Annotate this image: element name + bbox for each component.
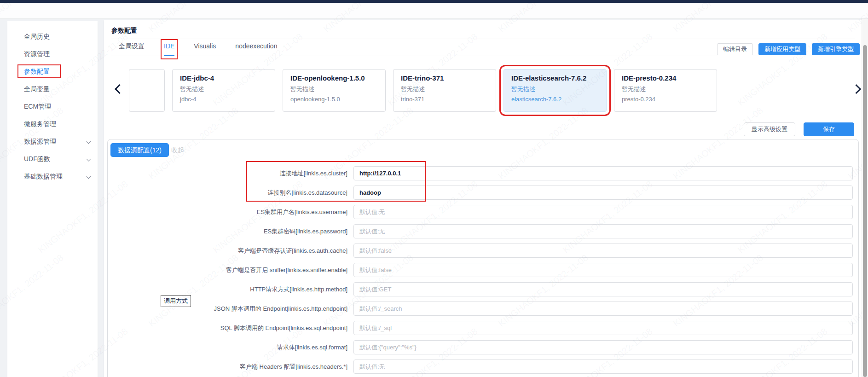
engine-card-version: jdbc-4 bbox=[180, 96, 267, 103]
sidebar-item-label: 参数配置 bbox=[18, 65, 60, 77]
tab[interactable]: 全局设置 bbox=[119, 42, 145, 56]
engine-card-version: presto-0.234 bbox=[622, 96, 709, 103]
sidebar: 全局历史 资源管理 参数配置 全局变量 ECM管理 微服务管理 数据源管理 bbox=[7, 21, 98, 377]
save-button[interactable]: 保存 bbox=[804, 122, 854, 136]
invoke-mode-tag: 调用方式 bbox=[161, 295, 191, 307]
config-row: 请求体[linkis.es.sql.format] 默认值:{"query":"… bbox=[107, 340, 859, 354]
config-field-label: HTTP请求方式[linkis.es.http.method] bbox=[107, 285, 347, 294]
add-app-type-button[interactable]: 新增应用类型 bbox=[758, 43, 806, 55]
engine-card-description: 暂无描述 bbox=[511, 85, 599, 93]
sidebar-item[interactable]: 全局历史 bbox=[7, 28, 98, 45]
sidebar-item-label: 数据源管理 bbox=[24, 138, 56, 145]
config-field-value: 默认值:无 bbox=[359, 209, 385, 215]
sidebar-item-label: 基础数据管理 bbox=[24, 173, 63, 180]
engine-card-version: elasticsearch-7.6.2 bbox=[511, 96, 599, 103]
sidebar-item-label: 全局历史 bbox=[24, 33, 50, 40]
sidebar-item[interactable]: 全局变量 bbox=[7, 80, 98, 98]
config-field-label: 客户端是否开启 sniffer[linkis.es.sniffer.enable… bbox=[107, 266, 347, 274]
sidebar-item[interactable]: UDF函数 bbox=[7, 150, 98, 168]
config-field-label: 请求体[linkis.es.sql.format] bbox=[107, 343, 347, 352]
config-field-label: ES集群用户名[linkis.es.username] bbox=[107, 208, 347, 216]
engine-card[interactable]: IDE-presto-0.234 暂无描述 presto-0.234 bbox=[614, 69, 717, 112]
config-field-input[interactable]: 默认值:false bbox=[353, 263, 853, 277]
config-field-value: 默认值:无 bbox=[359, 228, 385, 235]
page-title: 参数配置 bbox=[111, 27, 137, 35]
collapse-link[interactable]: 收起 bbox=[171, 146, 184, 155]
config-field-input[interactable]: 默认值:GET bbox=[353, 282, 853, 296]
config-field-input[interactable]: 默认值:{"query":"%s"} bbox=[353, 340, 853, 354]
tab-bar: 全局设置 IDE Visualis nodeexecution bbox=[119, 42, 277, 56]
engine-card[interactable]: IDE-trino-371 暂无描述 trino-371 bbox=[393, 69, 496, 112]
engine-card[interactable]: IDE-elasticsearch-7.6.2 暂无描述 elasticsear… bbox=[503, 69, 607, 112]
config-row: 连接地址[linkis.es.cluster] http://127.0.0.1 bbox=[107, 166, 859, 180]
sidebar-item[interactable]: 资源管理 bbox=[7, 45, 98, 63]
toolbar: 编辑目录 新增应用类型 新增引擎类型 bbox=[717, 43, 860, 55]
sidebar-item-label: 微服务管理 bbox=[24, 120, 56, 128]
tab[interactable]: Visualis bbox=[194, 42, 216, 56]
engine-card-title: IDE-elasticsearch-7.6.2 bbox=[511, 74, 599, 82]
scrollbar-thumb[interactable] bbox=[863, 45, 867, 377]
tab-label: nodeexecution bbox=[235, 42, 277, 50]
chevron-down-icon bbox=[87, 139, 91, 144]
config-field-value: http://127.0.0.1 bbox=[359, 170, 401, 177]
config-field-input[interactable]: 默认值:/_search bbox=[353, 302, 853, 316]
edit-catalog-button[interactable]: 编辑目录 bbox=[717, 43, 753, 55]
engine-card-description: 暂无描述 bbox=[290, 85, 378, 93]
engine-card-title: IDE-openlookeng-1.5.0 bbox=[290, 74, 378, 82]
config-row: ES集群用户名[linkis.es.username] 默认值:无 bbox=[107, 205, 859, 219]
config-row: 客户端是否缓存认证[linkis.es.auth.cache] 默认值:fals… bbox=[107, 244, 859, 258]
engine-card-title: IDE-presto-0.234 bbox=[622, 74, 709, 82]
top-accent-bar bbox=[0, 0, 868, 3]
add-engine-type-button[interactable]: 新增引擎类型 bbox=[812, 43, 860, 55]
config-row: 连接别名[linkis.es.datasource] hadoop bbox=[107, 186, 859, 200]
sidebar-item[interactable]: ECM管理 bbox=[7, 98, 98, 115]
config-field-value: 默认值:false bbox=[359, 247, 392, 254]
engine-card-version: trino-371 bbox=[401, 96, 488, 103]
config-field-input[interactable]: hadoop bbox=[353, 186, 853, 200]
datasource-config-tab[interactable]: 数据源配置(12) bbox=[110, 143, 169, 157]
config-field-value: hadoop bbox=[359, 189, 381, 196]
chevron-down-icon bbox=[87, 174, 91, 179]
config-field-input[interactable]: 默认值:/_sql bbox=[353, 321, 853, 335]
sidebar-item[interactable]: 微服务管理 bbox=[7, 115, 98, 133]
title-divider bbox=[111, 39, 855, 39]
sidebar-item[interactable]: 数据源管理 bbox=[7, 133, 98, 150]
engine-card-title: IDE-jdbc-4 bbox=[180, 74, 267, 82]
config-field-label: JSON 脚本调用的 Endpoint[linkis.es.http.endpo… bbox=[107, 305, 347, 313]
config-field-input[interactable]: http://127.0.0.1 bbox=[353, 166, 853, 180]
engine-card-list: IDE-jdbc-4 暂无描述 jdbc-4 IDE-openlookeng-1… bbox=[129, 69, 717, 112]
engine-card-description: 暂无描述 bbox=[180, 85, 267, 93]
config-field-input[interactable]: 默认值:无 bbox=[353, 224, 853, 238]
chevron-down-icon bbox=[87, 157, 91, 162]
config-field-label: SQL 脚本调用的 Endpoint[linkis.es.sql.endpoin… bbox=[107, 324, 347, 332]
config-field-label: 客户端是否缓存认证[linkis.es.auth.cache] bbox=[107, 247, 347, 255]
tab-label: 全局设置 bbox=[119, 42, 145, 50]
config-row: JSON 脚本调用的 Endpoint[linkis.es.http.endpo… bbox=[107, 302, 859, 316]
config-field-value: 默认值:/_sql bbox=[359, 325, 392, 331]
sidebar-item[interactable]: 基础数据管理 bbox=[7, 168, 98, 185]
sidebar-item-label: UDF函数 bbox=[24, 155, 50, 162]
config-field-label: ES集群密码[linkis.es.password] bbox=[107, 227, 347, 236]
app-header bbox=[0, 3, 868, 19]
config-field-label: 连接别名[linkis.es.datasource] bbox=[107, 189, 347, 197]
engine-card-title: IDE-trino-371 bbox=[401, 74, 488, 82]
config-field-value: 默认值:/_search bbox=[359, 305, 402, 312]
sidebar-item-label: 资源管理 bbox=[24, 50, 50, 58]
config-row: ES集群密码[linkis.es.password] 默认值:无 bbox=[107, 224, 859, 238]
engine-card[interactable]: IDE-openlookeng-1.5.0 暂无描述 openlookeng-1… bbox=[283, 69, 386, 112]
engine-card[interactable]: IDE-jdbc-4 暂无描述 jdbc-4 bbox=[172, 69, 275, 112]
engine-card[interactable] bbox=[129, 69, 165, 112]
config-field-label: 连接地址[linkis.es.cluster] bbox=[107, 169, 347, 178]
tab[interactable]: nodeexecution bbox=[235, 42, 277, 56]
show-advanced-button[interactable]: 显示高级设置 bbox=[744, 122, 795, 136]
config-field-input[interactable]: 默认值:false bbox=[353, 244, 853, 258]
config-row: 客户端是否开启 sniffer[linkis.es.sniffer.enable… bbox=[107, 263, 859, 277]
tab[interactable]: IDE bbox=[164, 42, 174, 56]
config-field-input[interactable]: 默认值:无 bbox=[353, 205, 853, 219]
engine-card-description: 暂无描述 bbox=[622, 85, 709, 93]
config-field-input[interactable]: 默认值:无 bbox=[353, 360, 853, 374]
config-field-value: 默认值:{"query":"%s"} bbox=[359, 344, 417, 351]
tab-label: IDE bbox=[164, 42, 174, 50]
sidebar-item-label: ECM管理 bbox=[24, 103, 51, 110]
sidebar-item[interactable]: 参数配置 bbox=[7, 63, 98, 80]
